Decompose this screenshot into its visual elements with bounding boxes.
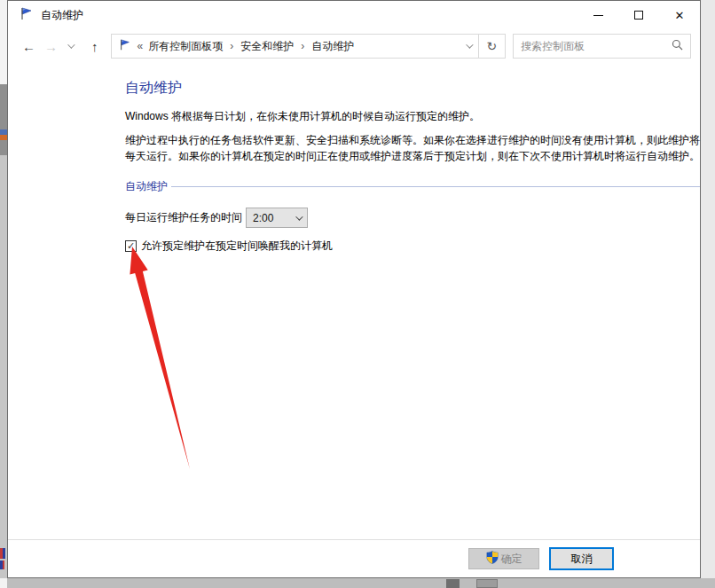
wake-computer-label[interactable]: 允许预定维护在预定时间唤醒我的计算机: [141, 239, 333, 254]
taskbar-fragment: [476, 579, 498, 588]
desktop-background: [0, 578, 715, 588]
desktop-icon-fragment: [0, 548, 7, 559]
flag-icon: [20, 7, 34, 24]
page-title: 自动维护: [125, 79, 700, 98]
forward-button[interactable]: →: [40, 39, 62, 54]
maintenance-time-value: 2:00: [253, 212, 295, 224]
address-bar[interactable]: « 所有控制面板项 › 安全和维护 › 自动维护: [111, 34, 478, 59]
desktop-fragment: [0, 155, 7, 578]
flag-icon: [119, 39, 131, 54]
breadcrumb-security-maintenance[interactable]: 安全和维护: [240, 39, 294, 54]
maximize-button[interactable]: [618, 1, 659, 29]
up-button[interactable]: ↑: [87, 39, 103, 54]
desktop-icon-fragment: [0, 561, 7, 569]
breadcrumb-separator: ›: [299, 40, 306, 52]
search-icon[interactable]: [672, 39, 683, 53]
minimize-button[interactable]: [578, 1, 618, 29]
titlebar: 自动维护 ✕: [8, 1, 700, 29]
section-divider: [171, 186, 700, 187]
recent-pages-chevron-icon[interactable]: [67, 41, 75, 48]
back-button[interactable]: ←: [18, 39, 40, 54]
cancel-button-label: 取消: [571, 552, 593, 567]
breadcrumb-all-items[interactable]: 所有控制面板项: [148, 39, 223, 54]
breadcrumb-overflow[interactable]: «: [137, 40, 143, 52]
refresh-button[interactable]: ↻: [479, 34, 507, 59]
breadcrumb-auto-maintenance[interactable]: 自动维护: [311, 39, 354, 54]
address-dropdown-chevron-icon[interactable]: [466, 41, 473, 48]
navigation-toolbar: ← → ↑ « 所有控制面板项 › 安全和维护 › 自动维护 ↻: [8, 29, 700, 63]
uac-shield-icon: [486, 551, 499, 567]
section-header: 自动维护: [125, 179, 700, 194]
dialog-footer: 确定 取消: [8, 539, 700, 577]
search-input[interactable]: [521, 40, 672, 52]
main-content: 自动维护 Windows 将根据每日计划，在你未使用计算机的时候自动运行预定的维…: [125, 79, 700, 254]
search-box[interactable]: [513, 34, 691, 59]
close-button[interactable]: ✕: [659, 1, 700, 29]
maintenance-time-label: 每日运行维护任务的时间: [125, 210, 242, 225]
wake-computer-row: ✓ 允许预定维护在预定时间唤醒我的计算机: [125, 239, 700, 254]
cancel-button[interactable]: 取消: [549, 547, 614, 570]
page-subtitle: Windows 将根据每日计划，在你未使用计算机的时候自动运行预定的维护。: [125, 109, 700, 124]
window-controls: ✕: [578, 1, 700, 29]
breadcrumb-separator: ›: [228, 40, 235, 52]
desktop-icon-fragment: [0, 129, 7, 140]
section-title: 自动维护: [125, 179, 168, 194]
window-title: 自动维护: [41, 8, 83, 23]
ok-button-label: 确定: [501, 552, 522, 567]
maintenance-description: 维护过程中执行的任务包括软件更新、安全扫描和系统诊断等。如果你在选择进行维护的时…: [125, 133, 703, 164]
maintenance-time-select[interactable]: 2:00: [246, 208, 308, 228]
select-chevron-icon: [295, 213, 302, 220]
control-panel-window: 自动维护 ✕ ← → ↑ « 所有控制面板项 › 安全和维护 › 自动维: [7, 0, 701, 578]
desktop-fragment: [0, 84, 7, 155]
maintenance-time-row: 每日运行维护任务的时间 2:00: [125, 208, 700, 228]
taskbar-fragment: [446, 579, 460, 588]
desktop-left-strip: [0, 0, 7, 588]
ok-button[interactable]: 确定: [468, 548, 539, 569]
wake-computer-checkbox[interactable]: ✓: [125, 240, 137, 252]
